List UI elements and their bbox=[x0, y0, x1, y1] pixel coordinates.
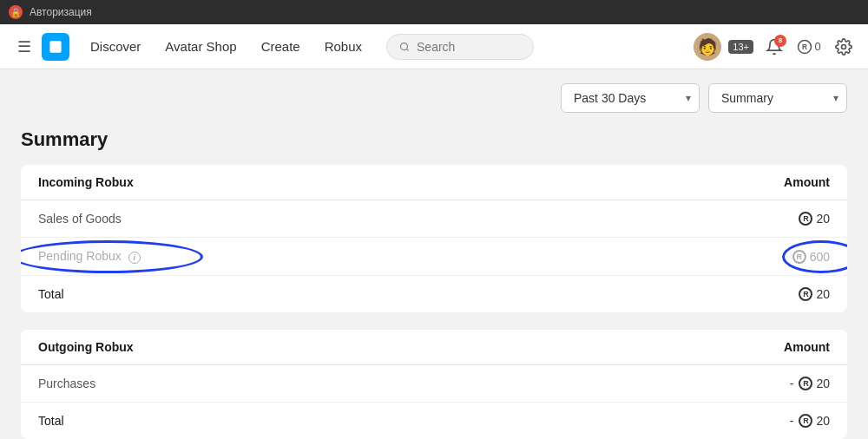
title-bar-icon: 🔒 bbox=[9, 5, 23, 19]
row-label-outgoing-total: Total bbox=[38, 414, 64, 428]
age-badge: 13+ bbox=[728, 40, 753, 54]
hamburger-icon[interactable]: ☰ bbox=[10, 33, 38, 61]
incoming-amount-label: Amount bbox=[784, 175, 830, 189]
nav-create[interactable]: Create bbox=[251, 34, 311, 59]
type-filter-wrapper: Summary Transactions bbox=[708, 83, 847, 113]
nav-right-section: 🧑 13+ 8 R 0 bbox=[694, 33, 858, 61]
outgoing-amount-label: Amount bbox=[784, 340, 830, 354]
row-value-incoming-total: R 20 bbox=[799, 287, 830, 301]
robux-icon: R bbox=[799, 377, 812, 390]
row-label-pending: Pending Robux i bbox=[38, 249, 141, 264]
nav-avatar-shop[interactable]: Avatar Shop bbox=[155, 34, 247, 59]
filter-bar: Past 30 Days Past 7 Days Past 90 Days Pa… bbox=[21, 83, 847, 113]
table-row: Pending Robux i R 600 bbox=[21, 238, 847, 276]
row-value-purchases: - R 20 bbox=[790, 377, 830, 390]
title-bar: 🔒 Авторизация bbox=[0, 0, 868, 24]
outgoing-section: Outgoing Robux Amount Purchases - R 20 T… bbox=[21, 330, 847, 439]
incoming-header: Incoming Robux Amount bbox=[21, 165, 847, 200]
robux-icon: R bbox=[799, 414, 812, 428]
avatar[interactable]: 🧑 bbox=[694, 33, 721, 61]
robux-button[interactable]: R 0 bbox=[795, 33, 823, 61]
svg-rect-0 bbox=[49, 41, 61, 52]
search-icon bbox=[399, 41, 410, 53]
svg-point-5 bbox=[842, 44, 846, 49]
incoming-section-label: Incoming Robux bbox=[38, 175, 134, 189]
search-bar[interactable] bbox=[386, 34, 534, 60]
period-filter-wrapper: Past 30 Days Past 7 Days Past 90 Days Pa… bbox=[561, 83, 700, 113]
row-label-purchases: Purchases bbox=[38, 377, 95, 390]
robux-icon: R bbox=[799, 287, 812, 301]
robux-icon-pending: R bbox=[792, 250, 806, 264]
search-input[interactable] bbox=[417, 40, 521, 54]
outgoing-section-label: Outgoing Robux bbox=[38, 340, 134, 354]
main-content: Past 30 Days Past 7 Days Past 90 Days Pa… bbox=[0, 69, 868, 439]
navbar: ☰ Discover Avatar Shop Create Robux 🧑 13… bbox=[0, 24, 868, 69]
incoming-section: Incoming Robux Amount Sales of Goods R 2… bbox=[21, 165, 847, 312]
row-label-sales: Sales of Goods bbox=[38, 212, 122, 226]
nav-discover[interactable]: Discover bbox=[80, 34, 151, 59]
row-label-incoming-total: Total bbox=[38, 287, 64, 301]
notifications-button[interactable]: 8 bbox=[760, 33, 788, 61]
settings-button[interactable] bbox=[830, 33, 858, 61]
svg-point-1 bbox=[401, 43, 408, 49]
summary-title: Summary bbox=[21, 128, 847, 151]
svg-text:R: R bbox=[802, 43, 807, 51]
table-row: Total R 20 bbox=[21, 276, 847, 312]
notification-badge: 8 bbox=[774, 35, 786, 47]
row-value-pending: R 600 bbox=[792, 250, 830, 264]
robux-count: 0 bbox=[814, 40, 820, 53]
type-filter[interactable]: Summary Transactions bbox=[708, 83, 847, 113]
table-row: Sales of Goods R 20 bbox=[21, 200, 847, 238]
roblox-logo[interactable] bbox=[42, 33, 69, 61]
robux-icon: R bbox=[799, 212, 812, 226]
svg-line-2 bbox=[406, 49, 408, 50]
table-row: Purchases - R 20 bbox=[21, 365, 847, 403]
nav-robux[interactable]: Robux bbox=[314, 34, 372, 59]
title-bar-text: Авторизация bbox=[30, 6, 92, 18]
row-value-outgoing-total: - R 20 bbox=[790, 414, 830, 428]
info-icon: i bbox=[128, 252, 141, 264]
table-row: Total - R 20 bbox=[21, 403, 847, 439]
outgoing-header: Outgoing Robux Amount bbox=[21, 330, 847, 365]
period-filter[interactable]: Past 30 Days Past 7 Days Past 90 Days Pa… bbox=[561, 83, 700, 113]
row-value-sales: R 20 bbox=[799, 212, 830, 226]
